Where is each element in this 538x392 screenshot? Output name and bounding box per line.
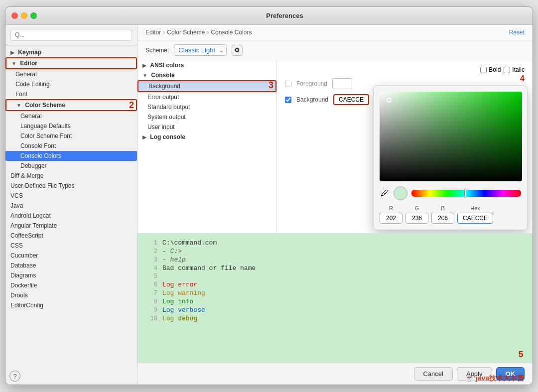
right-panel: Editor › Color Scheme › Console Colors R… bbox=[137, 25, 533, 385]
hue-thumb[interactable] bbox=[464, 189, 466, 198]
breadcrumb: Editor › Color Scheme › Console Colors bbox=[145, 29, 252, 36]
preview-line: 8Log info bbox=[145, 297, 525, 306]
color-tree-error-output[interactable]: Error output bbox=[137, 92, 276, 102]
line-number: 4 bbox=[145, 265, 157, 272]
sidebar-item-coffeescript[interactable]: CoffeeScript bbox=[5, 231, 137, 241]
sidebar-item-cs-font[interactable]: Color Scheme Font bbox=[5, 131, 137, 141]
foreground-checkbox[interactable] bbox=[285, 81, 291, 87]
color-tree-console[interactable]: ▼ Console bbox=[137, 70, 276, 80]
maximize-button[interactable] bbox=[30, 12, 37, 19]
color-cursor[interactable] bbox=[387, 98, 392, 103]
line-content: - help bbox=[162, 256, 186, 263]
sidebar-item-debugger[interactable]: Debugger bbox=[5, 161, 137, 171]
breadcrumb-color-scheme: Color Scheme bbox=[167, 29, 205, 36]
color-tree-sys-output[interactable]: System output bbox=[137, 112, 276, 122]
sidebar-item-font[interactable]: Font bbox=[5, 89, 137, 99]
foreground-label: Foreground bbox=[296, 80, 327, 87]
line-content: Log info bbox=[162, 298, 193, 305]
sidebar-item-user-defined[interactable]: User-Defined File Types bbox=[5, 181, 137, 191]
line-number: 8 bbox=[145, 298, 157, 305]
preview-line: 9Log verbose bbox=[145, 306, 525, 314]
breadcrumb-editor: Editor bbox=[145, 29, 161, 36]
preview-area: 1C:\command.com2- C:>3- help4Bad command… bbox=[137, 233, 533, 363]
line-number: 6 bbox=[145, 281, 157, 288]
italic-checkbox[interactable] bbox=[504, 67, 510, 73]
color-gradient[interactable] bbox=[380, 92, 522, 181]
b-input[interactable] bbox=[431, 213, 454, 224]
sidebar-item-general[interactable]: General bbox=[5, 69, 137, 79]
close-button[interactable] bbox=[11, 12, 18, 19]
background-color-value[interactable]: CAECCE bbox=[333, 94, 369, 105]
sidebar-item-dockerfile[interactable]: Dockerfile bbox=[5, 280, 137, 290]
sidebar-item-keymap[interactable]: ▶ Keymap bbox=[5, 47, 137, 57]
preferences-window: Preferences ▶ Keymap ▼ Editor bbox=[5, 6, 533, 385]
line-number: 9 bbox=[145, 307, 157, 314]
color-tree-std-output[interactable]: Standard output bbox=[137, 102, 276, 112]
sidebar-item-color-scheme[interactable]: ▼ Color Scheme bbox=[5, 99, 137, 111]
foreground-swatch[interactable] bbox=[332, 78, 352, 89]
help-button[interactable]: ? bbox=[9, 371, 20, 382]
preview-line: 1C:\command.com bbox=[145, 239, 525, 247]
eyedropper-icon[interactable]: 🖊 bbox=[380, 188, 390, 199]
color-tree-background[interactable]: Background bbox=[137, 80, 276, 92]
sidebar-item-angular[interactable]: Angular Template bbox=[5, 221, 137, 231]
dialog-footer: Cancel Apply OK bbox=[137, 363, 533, 385]
hue-bar[interactable] bbox=[411, 190, 521, 197]
color-swatch bbox=[394, 186, 407, 200]
sidebar-item-console-colors[interactable]: Console Colors bbox=[5, 151, 137, 161]
arrow-log: ▶ bbox=[142, 134, 146, 140]
sidebar-item-editorconfig[interactable]: EditorConfig bbox=[5, 300, 137, 310]
bold-italic-wrap: Bold Italic bbox=[480, 66, 525, 73]
line-number: 5 bbox=[145, 273, 157, 280]
breadcrumb-console-colors: Console Colors bbox=[211, 29, 252, 36]
sidebar-item-console-font[interactable]: Console Font bbox=[5, 141, 137, 151]
r-input[interactable] bbox=[380, 213, 403, 224]
bold-checkbox[interactable] bbox=[480, 67, 487, 73]
sidebar-item-vcs[interactable]: VCS bbox=[5, 191, 137, 201]
color-tree-log-console[interactable]: ▶ Log console bbox=[137, 132, 276, 142]
line-number: 10 bbox=[145, 315, 157, 322]
scheme-select[interactable]: Classic Light bbox=[174, 44, 227, 56]
scheme-gear-button[interactable]: ⚙ bbox=[232, 45, 243, 56]
props-panel: Bold Italic 4 Foreground bbox=[277, 60, 533, 233]
search-input[interactable] bbox=[10, 29, 132, 41]
g-input[interactable] bbox=[405, 213, 428, 224]
sidebar-item-diagrams[interactable]: Diagrams bbox=[5, 270, 137, 280]
sidebar-item-cucumber[interactable]: Cucumber bbox=[5, 251, 137, 261]
sidebar-item-code-editing[interactable]: Code Editing bbox=[5, 79, 137, 89]
hex-input-group: Hex bbox=[457, 205, 493, 224]
cancel-button[interactable]: Cancel bbox=[414, 367, 453, 381]
hex-input[interactable] bbox=[457, 213, 493, 224]
sidebar-list: ▶ Keymap ▼ Editor 1 General Code Editing bbox=[5, 45, 137, 368]
g-input-group: G bbox=[405, 205, 428, 224]
search-bar bbox=[5, 25, 137, 45]
background-label: Background bbox=[296, 96, 328, 103]
sidebar-item-database[interactable]: Database bbox=[5, 261, 137, 270]
scheme-bar: Scheme: Classic Light ⚙ bbox=[137, 40, 533, 60]
color-tree-ansi[interactable]: ▶ ANSI colors bbox=[137, 60, 276, 70]
preview-line: 5 bbox=[145, 272, 525, 280]
reset-button[interactable]: Reset bbox=[509, 29, 525, 36]
line-number: 3 bbox=[145, 257, 157, 263]
preview-lines: 1C:\command.com2- C:>3- help4Bad command… bbox=[145, 239, 525, 323]
sidebar-item-cs-general[interactable]: General bbox=[5, 111, 137, 121]
line-content: Log verbose bbox=[162, 306, 205, 314]
sidebar-item-android-logcat[interactable]: Android Logcat bbox=[5, 211, 137, 221]
sidebar-item-drools[interactable]: Drools bbox=[5, 290, 137, 300]
sidebar-item-css[interactable]: CSS bbox=[5, 241, 137, 251]
sidebar-item-diff-merge[interactable]: Diff & Merge bbox=[5, 171, 137, 181]
b-label: B bbox=[441, 205, 444, 211]
minimize-button[interactable] bbox=[21, 12, 27, 19]
r-label: R bbox=[389, 205, 393, 211]
ok-button[interactable]: OK bbox=[496, 367, 525, 381]
background-checkbox[interactable] bbox=[285, 97, 291, 103]
sidebar-item-lang-defaults[interactable]: Language Defaults bbox=[5, 121, 137, 131]
line-number: 2 bbox=[145, 248, 157, 255]
sidebar-item-editor[interactable]: ▼ Editor bbox=[5, 57, 137, 69]
color-tree: ▶ ANSI colors ▼ Console Background 3 bbox=[137, 60, 277, 233]
apply-button[interactable]: Apply bbox=[457, 367, 492, 381]
bold-italic-row: Bold Italic bbox=[285, 66, 525, 73]
line-content: Log error bbox=[162, 281, 197, 288]
sidebar-item-java[interactable]: Java bbox=[5, 201, 137, 211]
color-tree-user-input[interactable]: User input bbox=[137, 122, 276, 132]
